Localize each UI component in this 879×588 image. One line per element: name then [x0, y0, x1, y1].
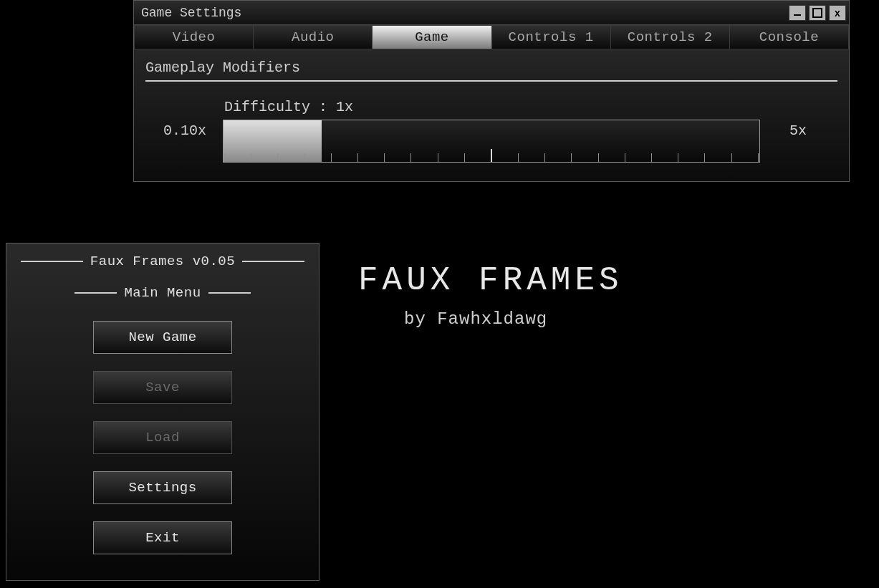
menu-subtitle-row: Main Menu	[75, 285, 251, 301]
load-button[interactable]: Load	[93, 421, 232, 454]
tab-label: Controls 1	[509, 29, 594, 45]
game-title: FAUX FRAMES	[358, 262, 623, 299]
menu-subtitle: Main Menu	[124, 285, 201, 301]
menu-title: Faux Frames v0.05	[90, 254, 235, 269]
divider-line	[75, 292, 117, 294]
tab-label: Console	[759, 29, 819, 45]
tab-game[interactable]: Game	[372, 25, 491, 49]
difficulty-label: Difficulty : 1x	[224, 99, 760, 115]
tab-audio[interactable]: Audio	[253, 25, 373, 49]
settings-window-title: Game Settings	[141, 6, 789, 20]
divider-line	[242, 261, 304, 262]
difficulty-row: 0.10x Difficulty : 1x 5x	[145, 99, 837, 163]
section-divider	[145, 80, 837, 82]
menu-buttons: New Game Save Load Settings Exit	[93, 321, 232, 554]
settings-tabs: Video Audio Game Controls 1 Controls 2 C…	[134, 25, 849, 49]
difficulty-min-label: 0.10x	[160, 122, 210, 139]
button-label: Settings	[128, 480, 196, 496]
save-button[interactable]: Save	[93, 371, 232, 404]
tab-label: Controls 2	[628, 29, 713, 45]
menu-title-row: Faux Frames v0.05	[21, 254, 304, 269]
close-button[interactable]: x	[829, 5, 846, 21]
section-title: Gameplay Modifiers	[145, 59, 837, 76]
minimize-button[interactable]	[789, 5, 806, 21]
tab-controls2[interactable]: Controls 2	[610, 25, 730, 49]
difficulty-slider[interactable]	[223, 120, 760, 163]
new-game-button[interactable]: New Game	[93, 321, 232, 354]
button-label: Exit	[145, 530, 180, 546]
settings-titlebar[interactable]: Game Settings x	[134, 1, 849, 25]
window-buttons: x	[789, 5, 846, 21]
tab-label: Video	[173, 29, 216, 45]
exit-button[interactable]: Exit	[93, 521, 232, 554]
tab-label: Audio	[292, 29, 335, 45]
divider-line	[208, 292, 251, 294]
tab-video[interactable]: Video	[134, 25, 254, 49]
divider-line	[21, 261, 83, 262]
button-label: New Game	[128, 329, 196, 345]
difficulty-slider-block: Difficulty : 1x	[223, 99, 760, 163]
settings-panel: Gameplay Modifiers 0.10x Difficulty : 1x…	[134, 49, 849, 181]
difficulty-max-label: 5x	[773, 122, 823, 139]
settings-window: Game Settings x Video Audio Game Control…	[133, 0, 850, 182]
tab-console[interactable]: Console	[729, 25, 849, 49]
main-menu-window: Faux Frames v0.05 Main Menu New Game Sav…	[6, 243, 320, 581]
tab-controls1[interactable]: Controls 1	[491, 25, 611, 49]
settings-button[interactable]: Settings	[93, 471, 232, 504]
button-label: Load	[145, 430, 180, 445]
tab-label: Game	[415, 29, 449, 45]
maximize-button[interactable]	[809, 5, 826, 21]
button-label: Save	[145, 380, 180, 395]
game-credit: by Fawhxldawg	[404, 309, 547, 329]
difficulty-slider-fill	[224, 120, 322, 162]
